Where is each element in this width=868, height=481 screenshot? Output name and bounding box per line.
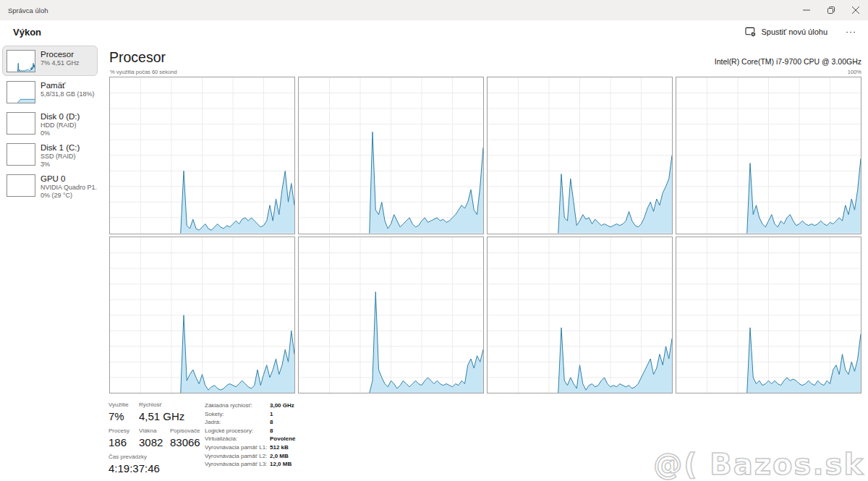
minimize-button[interactable] (794, 0, 819, 20)
detail-value: 8 (270, 427, 273, 434)
cpu-stats-details: Základná rýchlosť:3,00 GHzSokety:1Jadrá:… (205, 402, 296, 469)
detail-value: 1 (270, 411, 273, 417)
detail-label: Vyrovnávacia pamäť L1: (205, 444, 270, 451)
cpu-core-chart-6[interactable] (298, 237, 484, 394)
more-options-button[interactable]: ··· (838, 22, 864, 41)
sidebar-thumbnail-memory-chart (7, 81, 35, 103)
detail-row: Základná rýchlosť:3,00 GHz (205, 402, 296, 411)
stat-value: 3082 (139, 436, 170, 448)
cpu-core-chart-2[interactable] (298, 77, 484, 234)
stat-label: Vlákna (139, 427, 170, 434)
sidebar-item-title: Procesor (41, 50, 97, 59)
sidebar-item-subtext: SSD (RAID) (41, 153, 97, 161)
task-manager-window: Správca úloh Výkon (0, 0, 868, 481)
detail-label: Jadrá: (205, 419, 270, 425)
sidebar-item-title: Pamäť (41, 81, 97, 90)
detail-value: 512 kB (270, 444, 289, 451)
detail-value: 12,0 MB (270, 461, 292, 467)
cpu-model-name: Intel(R) Core(TM) i7-9700 CPU @ 3.00GHz (715, 57, 861, 66)
stat-value: 4,51 GHz (139, 410, 184, 422)
cpu-core-charts (109, 77, 861, 393)
detail-value: 8 (270, 419, 273, 425)
stat-value: 4:19:37:46 (109, 462, 160, 474)
run-new-task-icon (745, 27, 756, 37)
sidebar-item-subtext: HDD (RAID) (41, 122, 97, 129)
cpu-core-chart-4[interactable] (676, 77, 861, 234)
detail-label: Základná rýchlosť: (205, 402, 270, 409)
sidebar-item-subtext: NVIDIA Quadro P1... (41, 184, 97, 192)
bazos-watermark: @( Bazos.sk (653, 448, 864, 481)
sidebar-thumbnail-disk0-chart (7, 112, 35, 135)
sidebar-item-subtext: 0% (29 °C) (41, 192, 97, 200)
detail-value: Povolené (270, 435, 296, 442)
sidebar-item-title: GPU 0 (41, 174, 97, 184)
restore-button[interactable] (819, 0, 843, 20)
stat-label: Procesy (109, 427, 139, 434)
stat-value: 83066 (170, 436, 200, 448)
toolbar: Výkon Spustiť novú úlohu ··· (0, 20, 868, 45)
performance-sidebar: Procesor7% 4,51 GHzPamäť5,8/31,8 GB (18%… (2, 46, 98, 201)
cpu-stats-left: Využitie7%Rýchlosť4,51 GHzProcesy186Vlák… (109, 401, 200, 480)
detail-row: Vyrovnávacia pamäť L2:2,0 MB (205, 453, 296, 461)
toolbar-actions: Spustiť novú úlohu ··· (739, 22, 864, 41)
detail-row: Vyrovnávacia pamäť L3:12,0 MB (205, 461, 296, 469)
window-controls (794, 0, 868, 20)
cpu-section-title: Procesor (109, 49, 166, 66)
chart-caption: % využitia počas 60 sekúnd (110, 69, 177, 75)
stat-label: Rýchlosť (139, 401, 184, 408)
restore-icon (827, 7, 835, 14)
sidebar-item-subtext: 5,8/31,8 GB (18%) (41, 90, 97, 98)
detail-label: Vyrovnávacia pamäť L3: (205, 461, 270, 467)
detail-value: 2,0 MB (270, 453, 289, 459)
close-button[interactable] (843, 0, 868, 20)
run-new-task-label: Spustiť novú úlohu (761, 27, 827, 36)
detail-value: 3,00 GHz (270, 402, 294, 409)
chart-ymax-label: 100% (848, 69, 861, 75)
detail-row: Jadrá:8 (205, 419, 296, 427)
window-title: Správca úloh (8, 7, 48, 14)
sidebar-item-title: Disk 0 (D:) (41, 112, 97, 122)
detail-label: Virtualizácia: (205, 435, 270, 442)
sidebar-item-gpu0[interactable]: GPU 0NVIDIA Quadro P1...0% (29 °C) (2, 170, 98, 200)
detail-row: Logické procesory:8 (205, 427, 296, 436)
page-title: Výkon (13, 27, 41, 38)
detail-label: Vyrovnávacia pamäť L2: (205, 453, 270, 459)
stat-value: 7% (109, 410, 139, 422)
detail-row: Sokety:1 (205, 411, 296, 420)
sidebar-thumbnail-disk1-chart (7, 143, 35, 166)
sidebar-item-subtext: 3% (41, 161, 97, 169)
cpu-core-chart-1[interactable] (109, 77, 295, 234)
sidebar-item-subtext: 0% (41, 129, 97, 137)
cpu-core-chart-8[interactable] (676, 237, 861, 394)
cpu-core-chart-3[interactable] (487, 77, 673, 234)
stat-value: 186 (109, 436, 139, 448)
detail-label: Sokety: (205, 411, 270, 417)
detail-label: Logické procesory: (205, 427, 270, 434)
stat-label: Využitie (109, 401, 139, 408)
detail-row: Virtualizácia:Povolené (205, 435, 296, 444)
sidebar-item-disk1[interactable]: Disk 1 (C:)SSD (RAID)3% (2, 139, 98, 169)
stat-label: Popisovače (170, 427, 200, 434)
sidebar-item-disk0[interactable]: Disk 0 (D:)HDD (RAID)0% (2, 108, 98, 138)
minimize-icon (803, 7, 810, 14)
cpu-stats: Využitie7%Rýchlosť4,51 GHzProcesy186Vlák… (109, 401, 557, 480)
sidebar-thumbnail-gpu0-chart (7, 174, 35, 197)
sidebar-thumbnail-cpu-chart (7, 50, 35, 72)
sidebar-item-memory[interactable]: Pamäť5,8/31,8 GB (18%) (2, 77, 98, 107)
run-new-task-button[interactable]: Spustiť novú úlohu (739, 22, 834, 41)
cpu-core-chart-7[interactable] (487, 237, 673, 394)
sidebar-item-cpu[interactable]: Procesor7% 4,51 GHz (2, 46, 98, 76)
sidebar-item-title: Disk 1 (C:) (41, 143, 97, 153)
cpu-core-chart-5[interactable] (109, 237, 295, 394)
titlebar: Správca úloh (0, 0, 868, 20)
sidebar-item-subtext: 7% 4,51 GHz (41, 59, 97, 67)
stat-label: Čas prevádzky (109, 454, 160, 460)
detail-row: Vyrovnávacia pamäť L1:512 kB (205, 444, 296, 453)
close-icon (852, 7, 859, 14)
